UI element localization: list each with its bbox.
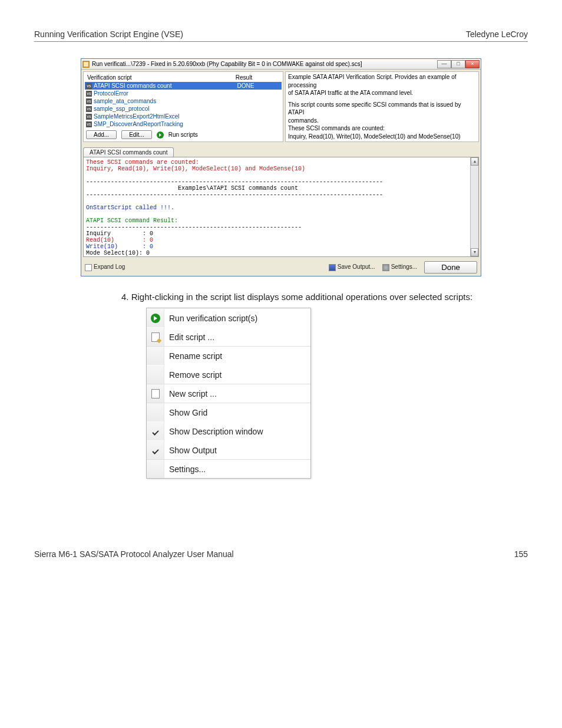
desc-line: processing [288,81,476,90]
menu-new[interactable]: New script ... [147,384,310,403]
expand-log-button[interactable]: Expand Log [85,263,125,271]
menu-show-grid[interactable]: Show Grid [147,403,310,421]
script-list[interactable]: vs ATAPI SCSI commands count DONE vs Pro… [85,82,282,128]
svg-rect-1 [84,62,88,67]
script-row[interactable]: vs SampleMetricsExport2HtmlExcel [85,113,282,120]
check-icon [151,446,160,454]
play-icon [151,314,160,323]
footer-page: 155 [514,549,528,559]
output-scrollbar[interactable]: ▴ ▾ [470,157,478,256]
script-row[interactable]: vs ProtocolError [85,90,282,97]
description-panel: Example SATA ATAPI Verification Script. … [285,71,479,142]
script-name[interactable]: SMP_DiscoverAndReportTracking [94,121,183,127]
script-name: ATAPI SCSI commands count [94,83,211,89]
gear-icon [382,264,389,271]
step-text: 4. Right-clicking in the script list dis… [121,292,498,302]
expand-icon [85,264,92,271]
menu-show-output[interactable]: Show Output [147,440,310,459]
script-name[interactable]: SampleMetricsExport2HtmlExcel [94,113,180,120]
output-tab[interactable]: ATAPI SCSI commands count [83,147,174,157]
menu-settings[interactable]: Settings... [147,459,310,478]
desc-line: These SCSI commands are counted: [288,124,476,133]
script-row[interactable]: vs ATAPI SCSI commands count DONE [85,82,282,90]
menu-rename[interactable]: Rename script [147,346,310,365]
header-left: Running Verification Script Engine (VSE) [34,29,183,39]
desc-line: This script counts some specific SCSI co… [288,101,476,117]
script-icon: vs [86,83,92,89]
desc-line: of SATA ATAPI traffic at the ATA command… [288,89,476,97]
maximize-button[interactable]: □ [451,60,465,68]
script-row[interactable]: vs sample_ssp_protocol [85,105,282,113]
menu-remove[interactable]: Remove script [147,365,310,384]
script-row[interactable]: vs sample_ata_commands [85,97,282,105]
desc-line: Inquiry, Read(10), Write(10), ModeSelect… [288,133,476,141]
floppy-icon [329,264,336,271]
script-name[interactable]: ProtocolError [94,90,128,97]
footer-left: Sierra M6-1 SAS/SATA Protocol Analyzer U… [34,549,234,559]
output-text: These SCSI commands are counted: Inquiry… [84,157,470,256]
close-button[interactable]: × [465,60,480,68]
script-icon: vs [86,91,92,97]
menu-edit[interactable]: Edit script ... [147,327,310,346]
save-output-button[interactable]: Save Output... [329,263,375,271]
script-name[interactable]: sample_ata_commands [94,98,156,104]
edit-icon [151,332,160,342]
script-icon: vs [86,106,92,112]
column-result[interactable]: Result [209,73,279,82]
scroll-down-button[interactable]: ▾ [471,248,478,256]
settings-button[interactable]: Settings... [382,263,417,271]
app-icon [82,61,90,68]
desc-line: commands. [288,117,476,125]
script-row[interactable]: vs SMP_DiscoverAndReportTracking [85,120,282,128]
run-scripts-button[interactable]: Run scripts [168,131,198,139]
desc-line: Example SATA ATAPI Verification Script. … [288,73,476,81]
check-icon [151,427,160,436]
scroll-up-button[interactable]: ▴ [471,157,478,166]
minimize-button[interactable]: — [437,60,451,68]
script-result: DONE [213,83,278,89]
output-panel: These SCSI commands are counted: Inquiry… [83,157,479,257]
add-button[interactable]: Add... [86,130,117,139]
header-right: Teledyne LeCroy [466,29,528,39]
menu-show-description[interactable]: Show Description window [147,421,310,440]
edit-button[interactable]: Edit... [121,130,152,139]
script-icon: vs [86,98,92,104]
script-list-panel: Verification script Result vs ATAPI SCSI… [83,71,283,142]
vse-window: Run verificati...\7239 - Fixed in 5.20.6… [81,58,481,276]
context-menu: Run verification script(s) Edit script .… [146,308,311,479]
play-icon [157,131,164,139]
new-icon [151,389,160,398]
done-button[interactable]: Done [424,261,477,274]
column-script[interactable]: Verification script [85,73,209,82]
script-name[interactable]: sample_ssp_protocol [94,106,150,112]
script-icon: vs [86,114,92,120]
titlebar: Run verificati...\7239 - Fixed in 5.20.6… [81,59,481,70]
menu-run[interactable]: Run verification script(s) [147,308,310,327]
script-icon: vs [86,121,92,127]
window-title: Run verificati...\7239 - Fixed in 5.20.6… [92,61,435,67]
